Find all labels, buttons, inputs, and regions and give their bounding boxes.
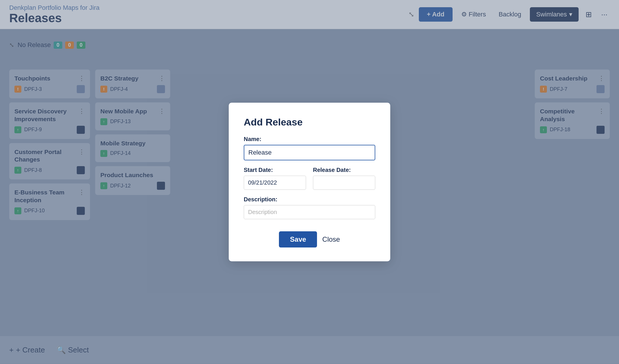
- start-date-col: Start Date:: [244, 167, 306, 190]
- description-input[interactable]: [244, 205, 375, 219]
- modal-overlay: Add Release Name: Start Date: Release Da…: [0, 0, 619, 364]
- release-date-label: Release Date:: [313, 167, 375, 173]
- name-label: Name:: [244, 136, 375, 142]
- save-button[interactable]: Save: [279, 231, 317, 247]
- date-row: Start Date: Release Date:: [244, 167, 375, 190]
- description-label: Description:: [244, 196, 375, 203]
- start-date-input[interactable]: [244, 176, 306, 190]
- modal-actions: Save Close: [244, 231, 375, 247]
- modal-title: Add Release: [244, 117, 375, 128]
- start-date-label: Start Date:: [244, 167, 306, 173]
- name-input[interactable]: [244, 145, 375, 160]
- close-button[interactable]: Close: [322, 235, 340, 243]
- release-date-col: Release Date:: [313, 167, 375, 190]
- add-release-modal: Add Release Name: Start Date: Release Da…: [229, 103, 390, 261]
- release-date-input[interactable]: [313, 176, 375, 190]
